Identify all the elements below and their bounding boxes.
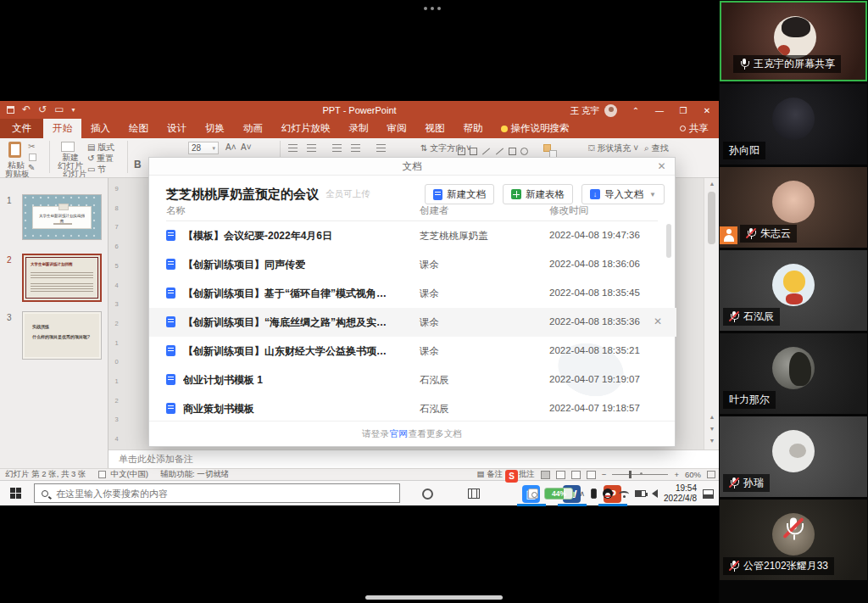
- doc-row[interactable]: 商业策划书模板 石泓辰 2022-04-07 19:18:57: [149, 394, 676, 423]
- wifi-icon[interactable]: [619, 491, 629, 497]
- dialog-close-icon[interactable]: ✕: [655, 160, 668, 173]
- cortana-icon[interactable]: [422, 489, 433, 500]
- doc-row[interactable]: 【创新训练项目】山东财经大学公益换书项目—鸟巢图书馆 课余 2022-04-08…: [149, 337, 676, 366]
- scroll-down-icon[interactable]: ▼: [704, 438, 720, 444]
- participant-tile-sharer[interactable]: 王克宇的屏幕共享: [720, 1, 867, 81]
- tab-animations[interactable]: 动画: [234, 119, 272, 138]
- slide-sorter-view-icon[interactable]: [556, 471, 565, 479]
- tab-slideshow[interactable]: 幻灯片放映: [272, 119, 340, 138]
- participant-tile[interactable]: 孙瑞: [720, 416, 867, 497]
- doc-row[interactable]: 【模板】会议纪要-2022年4月6日 芝芝桃桃厚奶盖 2022-04-08 19…: [149, 221, 676, 250]
- account-name[interactable]: 王 克宇: [570, 105, 599, 117]
- slide-thumbnail-3[interactable]: 实战演练 什么样的项目是优秀的项目呢?: [22, 311, 102, 360]
- tab-insert[interactable]: 插入: [81, 119, 120, 138]
- participant-tile[interactable]: 石泓辰: [720, 250, 867, 331]
- ribbon-options-icon[interactable]: ⌃: [624, 101, 648, 120]
- dialog-titlebar[interactable]: 文档 ✕: [149, 158, 675, 176]
- import-doc-button[interactable]: ↓ 导入文档 ▼: [581, 184, 665, 204]
- close-button[interactable]: ✕: [695, 101, 719, 120]
- taskbar-clock[interactable]: 19:54 2022/4/8: [664, 483, 697, 504]
- increase-indent-icon[interactable]: [351, 144, 360, 152]
- start-button[interactable]: [10, 488, 21, 499]
- zoom-out-button[interactable]: −: [602, 470, 607, 479]
- fit-to-window-icon[interactable]: [707, 471, 715, 478]
- section-button[interactable]: ▭ 节: [87, 164, 106, 176]
- spellcheck-icon[interactable]: [98, 471, 106, 478]
- minimize-button[interactable]: —: [648, 101, 671, 120]
- line-spacing-icon[interactable]: [376, 144, 386, 152]
- slide-thumbnail-1[interactable]: 大学生创新训练计划实战指南: [22, 194, 102, 240]
- numbering-icon[interactable]: [307, 144, 316, 152]
- official-site-link[interactable]: 官网: [390, 428, 408, 440]
- zoom-slider[interactable]: [612, 474, 668, 475]
- battery-widget[interactable]: 44%: [544, 488, 573, 500]
- shrink-font-icon[interactable]: A˅: [241, 142, 252, 152]
- cut-icon[interactable]: ✂: [28, 142, 35, 151]
- layout-button[interactable]: ▤ 版式: [87, 142, 114, 154]
- next-slide-icon[interactable]: ▼: [704, 426, 720, 432]
- participant-tile[interactable]: 公管2102张耀月33: [720, 500, 867, 580]
- vertical-scrollbar[interactable]: ▲ ▲ ▼ ▼: [704, 178, 719, 449]
- decrease-indent-icon[interactable]: [332, 144, 342, 152]
- tab-record[interactable]: 录制: [340, 119, 378, 138]
- tell-me-search[interactable]: 操作说明搜索: [492, 119, 578, 138]
- notes-toggle[interactable]: ▤ 备注: [477, 469, 504, 480]
- reading-view-icon[interactable]: [571, 471, 581, 479]
- action-center-icon[interactable]: [703, 489, 714, 499]
- tab-design[interactable]: 设计: [158, 119, 196, 138]
- zoom-in-button[interactable]: +: [674, 470, 679, 479]
- task-view-icon[interactable]: [468, 489, 480, 499]
- phone-link-icon[interactable]: [591, 489, 597, 499]
- charger-icon[interactable]: [528, 489, 538, 499]
- new-sheet-button[interactable]: 新建表格: [503, 184, 573, 204]
- doc-icon: [166, 230, 175, 241]
- taskbar-search[interactable]: [34, 483, 400, 503]
- doc-row[interactable]: 创业计划书模板 1 石泓辰 2022-04-07 19:19:07: [149, 366, 676, 394]
- participant-tile[interactable]: 孙向阳: [720, 84, 867, 165]
- find-button[interactable]: ⌕ 查找: [644, 142, 668, 154]
- maximize-button[interactable]: ❐: [671, 101, 695, 120]
- search-input[interactable]: [54, 488, 392, 500]
- hidden-icons-chevron[interactable]: ∧: [579, 489, 585, 498]
- slideshow-view-icon[interactable]: [587, 471, 596, 479]
- grow-font-icon[interactable]: A˄: [225, 142, 236, 152]
- participant-tile[interactable]: 朱志云: [720, 167, 867, 248]
- doc-row-hovered[interactable]: 【创新训练项目】“海底丝绸之路”构想及实现路径 课余 2022-04-08 18…: [149, 308, 676, 337]
- tab-help[interactable]: 帮助: [454, 119, 492, 138]
- tab-draw[interactable]: 绘图: [120, 119, 158, 138]
- meeting-bottom-handle[interactable]: [365, 595, 503, 600]
- tab-transitions[interactable]: 切换: [196, 119, 234, 138]
- copy-icon[interactable]: [29, 154, 36, 161]
- shape-fill-button[interactable]: ⛋ 形状填充 ˅: [588, 142, 638, 154]
- doc-row[interactable]: 【创新训练项目】基于“循环自律”模式视角下对提升大学... 课余 2022-04…: [149, 279, 676, 308]
- account-avatar[interactable]: [604, 104, 617, 117]
- font-size-box[interactable]: 28▾: [188, 142, 219, 154]
- tab-file[interactable]: 文件: [0, 119, 43, 138]
- tab-view[interactable]: 视图: [416, 119, 454, 138]
- slide-thumbnail-2-selected[interactable]: 大学生创新训练计划指南: [22, 254, 102, 302]
- tab-home[interactable]: 开始: [43, 119, 81, 138]
- bold-button[interactable]: B: [134, 159, 142, 170]
- scroll-up-icon[interactable]: ▲: [704, 181, 720, 187]
- meeting-toolbar-handle[interactable]: [424, 7, 441, 10]
- sogou-input-icon[interactable]: S: [505, 470, 518, 483]
- new-doc-button[interactable]: 新建文档: [425, 184, 494, 204]
- bullets-icon[interactable]: [288, 144, 298, 152]
- share-button[interactable]: 共享: [670, 119, 719, 138]
- previous-slide-icon[interactable]: ▲: [704, 414, 720, 420]
- reset-button[interactable]: ↺ 重置: [87, 153, 114, 165]
- tab-review[interactable]: 审阅: [378, 119, 416, 138]
- notes-pane[interactable]: 单击此处添加备注: [108, 449, 719, 468]
- dialog-scrollbar-thumb[interactable]: [666, 224, 671, 258]
- doc-row[interactable]: 【创新训练项目】同声传爱 课余 2022-04-08 18:36:06: [149, 250, 676, 279]
- qq-icon[interactable]: [603, 489, 613, 499]
- zoom-level[interactable]: 60%: [685, 470, 701, 479]
- battery-icon[interactable]: [635, 490, 646, 497]
- remove-doc-icon[interactable]: ✕: [654, 315, 662, 327]
- accessibility-status[interactable]: 辅助功能: 一切就绪: [160, 469, 229, 480]
- participant-tile[interactable]: 叶力那尔: [720, 333, 867, 414]
- normal-view-icon[interactable]: [541, 471, 550, 479]
- scrollbar-thumb[interactable]: [708, 192, 715, 244]
- volume-icon[interactable]: [652, 489, 658, 498]
- language-indicator[interactable]: 中文(中国): [111, 469, 148, 480]
